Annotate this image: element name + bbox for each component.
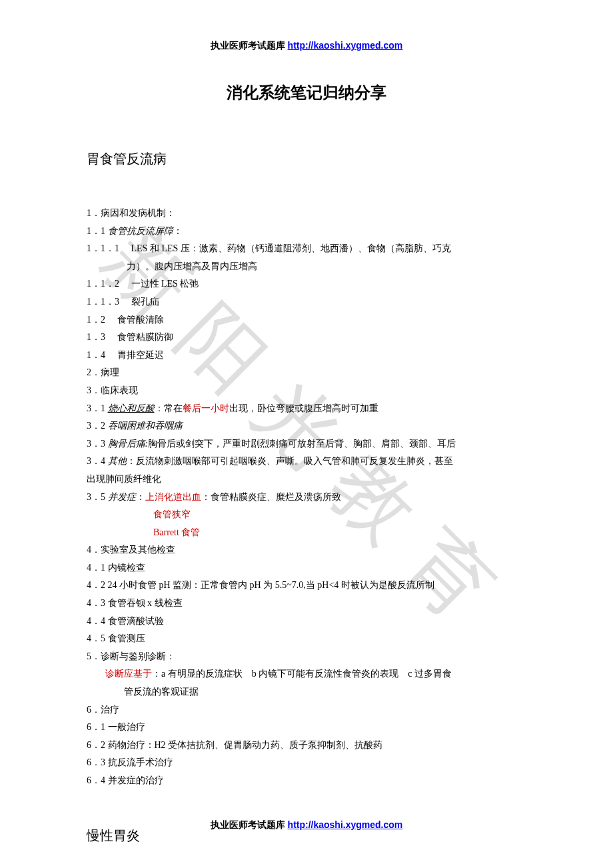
- body-text: 6．治疗: [87, 701, 526, 719]
- body-text: 6．3 抗反流手术治疗: [87, 754, 526, 772]
- text-fragment: ：: [136, 492, 145, 502]
- body-text: 3．3 胸骨后痛:胸骨后或剑突下，严重时剧烈刺痛可放射至后背、胸部、肩部、颈部、…: [87, 435, 526, 453]
- text-fragment: 3．1: [87, 403, 108, 413]
- text-emphasis: 其他: [108, 456, 127, 466]
- body-text: 管反流的客观证据: [87, 683, 526, 701]
- body-text: 1．3 食管粘膜防御: [87, 329, 526, 347]
- body-text: 6．1 一般治疗: [87, 719, 526, 737]
- body-text: 6．2 药物治疗：H2 受体拮抗剂、促胃肠动力药、质子泵抑制剂、抗酸药: [87, 737, 526, 755]
- footer-link[interactable]: http://kaoshi.xygmed.com: [288, 819, 403, 830]
- text-highlight-red: Barrett 食管: [153, 527, 200, 537]
- body-text: 1．1．2 一过性 LES 松弛: [87, 275, 526, 293]
- body-text: 2．病理: [87, 364, 526, 382]
- body-text: 3．2 吞咽困难和吞咽痛: [87, 417, 526, 435]
- body-text: 1．4 胃排空延迟: [87, 347, 526, 365]
- body-text: 4．5 食管测压: [87, 630, 526, 648]
- text-fragment: 出现，卧位弯腰或腹压增高时可加重: [229, 403, 378, 413]
- body-text: 4．3 食管吞钡 x 线检查: [87, 595, 526, 613]
- text-fragment: 3．5: [87, 492, 108, 502]
- text-emphasis: 胸骨后痛:: [108, 439, 149, 449]
- body-text: 力）。腹内压增高及胃内压增高: [87, 258, 526, 276]
- text-emphasis-underline: 烧心和反酸: [108, 403, 155, 413]
- body-text: 1．病因和发病机制：: [87, 205, 526, 223]
- text-fragment: ：反流物刺激咽喉部可引起咽喉炎、声嘶。吸入气管和肺可反复发生肺炎，甚至: [127, 456, 453, 466]
- header-link[interactable]: http://kaoshi.xygmed.com: [288, 40, 403, 51]
- body-text: 食管狭窄: [87, 506, 526, 524]
- text-fragment: ：食管粘膜炎症、糜烂及溃疡所致: [201, 492, 341, 502]
- body-text: 4．4 食管滴酸试验: [87, 613, 526, 631]
- text-fragment: ：常在: [155, 403, 183, 413]
- body-text: 3．临床表现: [87, 382, 526, 400]
- text-fragment: 3．3: [87, 439, 108, 449]
- text-fragment: 3．2: [87, 421, 108, 431]
- text-fragment: ：a 有明显的反流症状 b 内镜下可能有反流性食管炎的表现 c 过多胃食: [152, 669, 452, 679]
- text-fragment: ：: [173, 226, 183, 236]
- body-text: 3．1 烧心和反酸：常在餐后一小时出现，卧位弯腰或腹压增高时可加重: [87, 400, 526, 418]
- body-text: 1．1．3 裂孔疝: [87, 293, 526, 311]
- text-highlight-red: 食管狭窄: [153, 509, 191, 519]
- text-highlight-red: 餐后一小时: [183, 403, 229, 413]
- body-text: 诊断应基于：a 有明显的反流症状 b 内镜下可能有反流性食管炎的表现 c 过多胃…: [87, 665, 526, 683]
- footer-label: 执业医师考试题库: [211, 819, 288, 830]
- body-text: 3．5 并发症：上消化道出血：食管粘膜炎症、糜烂及溃疡所致: [87, 489, 526, 507]
- body-text: 4．1 内镜检查: [87, 559, 526, 577]
- text-fragment: 胸骨后或剑突下，严重时剧烈刺痛可放射至后背、胸部、肩部、颈部、耳后: [148, 439, 456, 449]
- body-text: 5．诊断与鉴别诊断：: [87, 648, 526, 666]
- body-text: Barrett 食管: [87, 524, 526, 542]
- text-fragment: 3．4: [87, 456, 108, 466]
- text-highlight-red: 诊断应基于: [105, 669, 152, 679]
- section-heading-1: 胃食管反流病: [87, 150, 526, 168]
- body-text: 1．1．1 LES 和 LES 压：激素、药物（钙通道阻滞剂、地西潘）、食物（高…: [87, 240, 526, 258]
- body-text: 3．4 其他：反流物刺激咽喉部可引起咽喉炎、声嘶。吸入气管和肺可反复发生肺炎，甚…: [87, 453, 526, 471]
- text-highlight-red: 上消化道出血: [145, 492, 201, 502]
- body-text: 1．2 食管酸清除: [87, 311, 526, 329]
- page-header: 执业医师考试题库 http://kaoshi.xygmed.com: [87, 40, 526, 52]
- body-text: 4．2 24 小时食管 pH 监测：正常食管内 pH 为 5.5~7.0,当 p…: [87, 577, 526, 595]
- text-fragment: 1．1: [87, 226, 108, 236]
- text-emphasis: 吞咽困难和吞咽痛: [108, 421, 183, 431]
- document-title: 消化系统笔记归纳分享: [87, 82, 526, 103]
- body-text: 1．1 食管抗反流屏障：: [87, 223, 526, 241]
- page-footer: 执业医师考试题库 http://kaoshi.xygmed.com: [0, 819, 613, 831]
- document-page: 执业医师考试题库 http://kaoshi.xygmed.com 消化系统笔记…: [0, 0, 613, 868]
- header-label: 执业医师考试题库: [211, 40, 288, 51]
- text-emphasis: 食管抗反流屏障: [108, 226, 173, 236]
- text-emphasis: 并发症: [108, 492, 136, 502]
- body-text: 6．4 并发症的治疗: [87, 772, 526, 790]
- body-text: 出现肺间质纤维化: [87, 471, 526, 489]
- body-text: 4．实验室及其他检查: [87, 541, 526, 559]
